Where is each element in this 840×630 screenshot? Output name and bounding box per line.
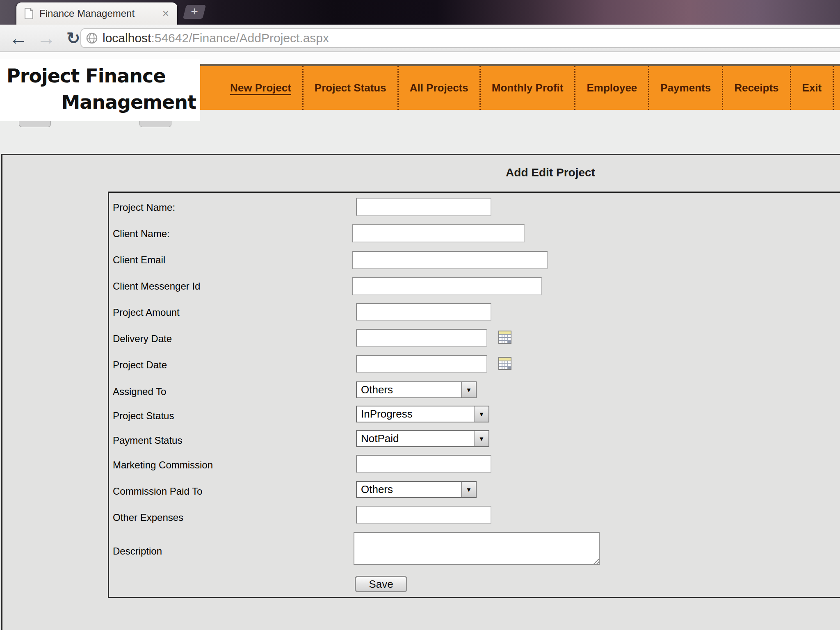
globe-icon: [86, 32, 98, 44]
address-bar[interactable]: localhost:54642/Finance/AddProject.aspx: [80, 28, 840, 48]
label-project-status: Project Status: [113, 409, 342, 423]
nav-item-new-project[interactable]: New Project: [219, 66, 304, 110]
label-marketing-commission: Marketing Commission: [113, 458, 342, 472]
nav-item-project-status[interactable]: Project Status: [304, 66, 399, 110]
delivery-date-input[interactable]: [356, 329, 487, 347]
chevron-down-icon[interactable]: ▼: [461, 482, 476, 497]
nav-item-monthly-profit[interactable]: Monthly Profit: [481, 66, 576, 110]
url-host: localhost: [103, 31, 151, 45]
other-expenses-input[interactable]: [356, 506, 491, 524]
nav-item-all-projects[interactable]: All Projects: [399, 66, 481, 110]
nav-item-receipts[interactable]: Receipts: [723, 66, 791, 110]
project-date-calendar-icon[interactable]: [498, 357, 511, 370]
chevron-down-icon[interactable]: ▼: [474, 406, 488, 422]
browser-tabstrip: Finance Management × +: [0, 0, 840, 25]
browser-toolbar: ← → ↻ localhost:54642/Finance/AddProject…: [0, 25, 840, 52]
label-project-date: Project Date: [113, 358, 342, 372]
client-email-input[interactable]: [352, 251, 548, 269]
label-project-name: Project Name:: [113, 201, 342, 215]
logo-text-line2: Management: [61, 91, 196, 113]
label-project-amount: Project Amount: [113, 306, 342, 320]
back-icon[interactable]: ←: [9, 29, 28, 48]
reload-icon[interactable]: ↻: [66, 30, 80, 46]
nav-menu: New Project Project Status All Projects …: [219, 66, 834, 110]
project-date-input[interactable]: [356, 355, 487, 373]
label-delivery-date: Delivery Date: [113, 332, 342, 346]
page-favicon-icon: [24, 8, 34, 19]
project-name-input[interactable]: [356, 198, 491, 216]
chevron-down-icon[interactable]: ▼: [461, 382, 476, 397]
description-textarea[interactable]: [354, 532, 600, 565]
delivery-date-calendar-icon[interactable]: [498, 331, 511, 344]
label-client-messenger-id: Client Messenger Id: [113, 279, 342, 293]
label-assigned-to: Assigned To: [113, 385, 342, 399]
logo-decoration-tab: [139, 121, 171, 127]
project-amount-input[interactable]: [356, 303, 491, 321]
label-other-expenses: Other Expenses: [113, 511, 342, 525]
url-text: localhost:54642/Finance/AddProject.aspx: [103, 31, 329, 45]
project-status-select[interactable]: InProgress ▼: [356, 406, 489, 422]
label-description: Description: [113, 544, 342, 558]
assigned-to-select[interactable]: Others ▼: [356, 381, 477, 398]
marketing-commission-input[interactable]: [356, 455, 491, 473]
payment-status-select[interactable]: NotPaid ▼: [356, 430, 489, 447]
add-edit-project-form: Project Name: Client Name: Client Email …: [108, 192, 840, 598]
label-client-name: Client Name:: [113, 227, 342, 241]
browser-tab[interactable]: Finance Management ×: [16, 2, 177, 25]
forward-icon: →: [37, 29, 56, 48]
tab-title: Finance Management: [39, 8, 161, 19]
nav-item-payments[interactable]: Payments: [649, 66, 723, 110]
logo-text-line1: Project Finance: [7, 65, 165, 87]
save-button[interactable]: Save: [355, 576, 407, 592]
label-payment-status: Payment Status: [113, 434, 342, 447]
new-tab-button[interactable]: +: [183, 5, 206, 19]
client-messenger-id-input[interactable]: [352, 277, 542, 295]
url-path: :54642/Finance/AddProject.aspx: [151, 31, 329, 45]
logo-decoration-tab: [19, 121, 51, 127]
client-name-input[interactable]: [352, 224, 525, 242]
site-logo: Project Finance Management: [0, 59, 200, 121]
label-commission-paid-to: Commission Paid To: [113, 484, 342, 498]
chevron-down-icon[interactable]: ▼: [474, 431, 488, 446]
label-client-email: Client Email: [113, 253, 342, 267]
commission-paid-to-select[interactable]: Others ▼: [356, 481, 477, 498]
tab-close-icon[interactable]: ×: [161, 8, 171, 19]
nav-item-employee[interactable]: Employee: [575, 66, 649, 110]
nav-item-exit[interactable]: Exit: [791, 66, 834, 110]
form-title: Add Edit Project: [354, 166, 747, 179]
